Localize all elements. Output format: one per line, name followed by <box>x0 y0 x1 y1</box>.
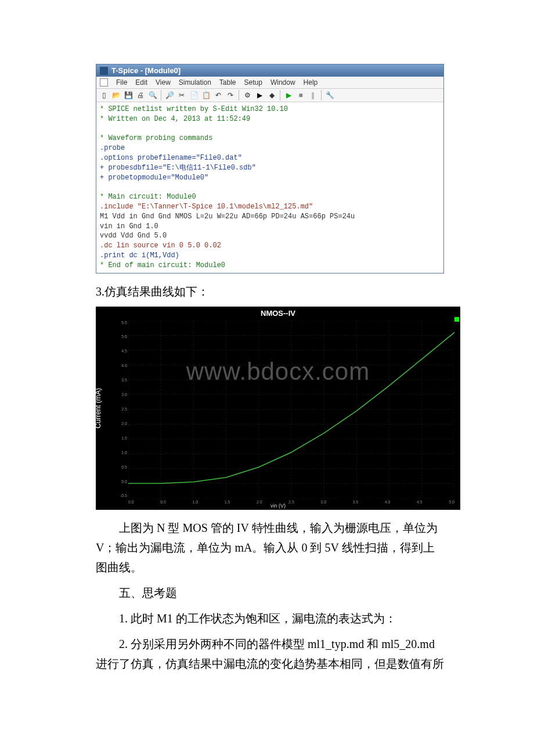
tool-icon[interactable]: 🔧 <box>324 90 335 100</box>
menu-help[interactable]: Help <box>304 78 318 87</box>
chart-ylabel: Current (mA) <box>94 388 102 428</box>
run-sim-icon[interactable]: ▶ <box>254 90 265 100</box>
preview-icon[interactable]: 🔍 <box>147 90 158 100</box>
toolbar-sep <box>239 90 239 100</box>
chart-y-ticks: -0.50.00.51.01.52.02.53.03.54.04.55.05.5 <box>113 321 127 498</box>
heading-5-text: 五、思考题 <box>119 586 177 599</box>
question-1-text: 1. 此时 M1 的工作状态为饱和区，漏电流的表达式为： <box>119 612 396 625</box>
document-icon <box>100 78 108 87</box>
heading-5: 五、思考题 <box>96 583 444 603</box>
new-icon[interactable]: ▯ <box>99 90 109 100</box>
menu-simulation[interactable]: Simulation <box>179 78 211 87</box>
open-icon[interactable]: 📂 <box>111 90 121 100</box>
chart-x-ticks: 0.00.51.01.52.02.53.03.54.04.55.0 <box>128 500 454 504</box>
find-icon[interactable]: 🔎 <box>164 90 175 100</box>
undo-icon[interactable]: ↶ <box>213 90 223 100</box>
app-icon <box>100 67 108 75</box>
tspice-menubar: File Edit View Simulation Table Setup Wi… <box>96 77 443 89</box>
nmos-iv-chart: NMOS--IV Current (mA) vin (V) -0.50.00.5… <box>96 307 460 510</box>
copy-icon[interactable]: 📄 <box>189 90 199 100</box>
question-2-text: 2. 分别采用另外两种不同的器件模型 ml1_typ.md 和 ml5_20.m… <box>96 638 444 670</box>
pause-icon[interactable]: ‖ <box>308 90 318 100</box>
question-2: 2. 分别采用另外两种不同的器件模型 ml1_typ.md 和 ml5_20.m… <box>96 634 444 674</box>
window-title: T-Spice - [Module0] <box>111 66 181 75</box>
paste-icon[interactable]: 📋 <box>201 90 211 100</box>
cut-icon[interactable]: ✂ <box>176 90 187 100</box>
paragraph-desc: 上图为 N 型 MOS 管的 IV 特性曲线，输入为栅源电压，单位为 V；输出为… <box>96 518 444 577</box>
print-icon[interactable]: 🖨 <box>135 90 146 100</box>
chart-title: NMOS--IV <box>96 309 460 318</box>
netlist-text: * SPICE netlist written by S-Edit Win32 … <box>96 102 443 273</box>
toolbar-sep <box>161 90 161 100</box>
menu-view[interactable]: View <box>156 78 171 87</box>
menu-table[interactable]: Table <box>219 78 236 87</box>
menu-window[interactable]: Window <box>270 78 295 87</box>
tspice-toolbar: ▯ 📂 💾 🖨 🔍 🔎 ✂ 📄 📋 ↶ ↷ ⚙ ▶ ◆ ▶ ■ ‖ 🔧 <box>96 89 443 102</box>
chart-legend-swatch <box>454 317 459 322</box>
menu-edit[interactable]: Edit <box>135 78 147 87</box>
play-icon[interactable]: ▶ <box>283 90 294 100</box>
toolbar-sep <box>321 90 322 100</box>
stop-icon[interactable]: ■ <box>295 90 306 100</box>
chart-plot-area <box>128 321 454 498</box>
paragraph-desc-text: 上图为 N 型 MOS 管的 IV 特性曲线，输入为栅源电压，单位为 V；输出为… <box>96 521 438 574</box>
menu-file[interactable]: File <box>116 78 127 87</box>
caption-3: 3.仿真结果曲线如下： <box>96 284 444 300</box>
settings-icon[interactable]: ⚙ <box>242 90 252 100</box>
redo-icon[interactable]: ↷ <box>225 90 236 100</box>
tspice-titlebar: T-Spice - [Module0] <box>96 64 443 77</box>
chip-icon[interactable]: ◆ <box>266 90 277 100</box>
toolbar-sep <box>280 90 280 100</box>
question-1: 1. 此时 M1 的工作状态为饱和区，漏电流的表达式为： <box>96 609 444 628</box>
save-icon[interactable]: 💾 <box>123 90 134 100</box>
menu-setup[interactable]: Setup <box>244 78 262 87</box>
tspice-window: T-Spice - [Module0] File Edit View Simul… <box>96 64 444 273</box>
